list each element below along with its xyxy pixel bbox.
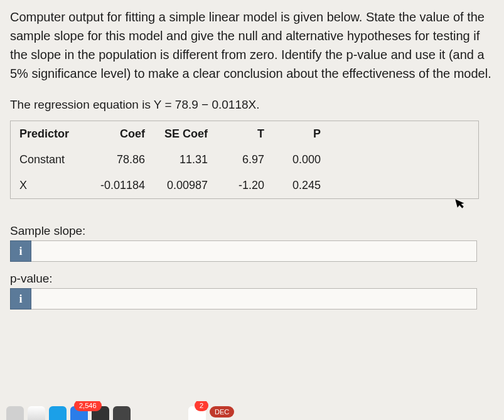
notification-badge: 2 <box>195 401 208 411</box>
cell-predictor: Constant <box>19 153 82 166</box>
col-se: SE Coef <box>145 127 208 141</box>
answer-section: Sample slope: i p-value: i <box>10 224 494 310</box>
cell-predictor: X <box>19 179 82 192</box>
table-header-row: Predictor Coef SE Coef T P <box>11 121 478 147</box>
sample-slope-row: i <box>10 240 494 262</box>
cell-coef: 78.86 <box>82 153 145 166</box>
dock: 2,546 2 DEC <box>0 401 504 420</box>
cell-se: 0.00987 <box>145 179 208 192</box>
dock-app-icon[interactable]: 2,546 <box>70 406 88 420</box>
col-p: P <box>264 127 321 141</box>
cell-p: 0.000 <box>264 153 321 166</box>
cell-t: 6.97 <box>208 153 264 166</box>
cell-p: 0.245 <box>264 179 321 192</box>
dock-app-icon[interactable] <box>6 406 24 420</box>
col-coef: Coef <box>82 127 145 141</box>
regression-table: Predictor Coef SE Coef T P Constant 78.8… <box>10 121 479 199</box>
pvalue-row: i <box>10 288 494 310</box>
dock-app-icon[interactable] <box>28 406 45 420</box>
cell-coef: -0.01184 <box>82 179 145 192</box>
question-text: Computer output for fitting a simple lin… <box>10 8 494 83</box>
sample-slope-input[interactable] <box>31 240 477 262</box>
pvalue-input[interactable] <box>31 288 477 310</box>
pvalue-label: p-value: <box>10 272 494 286</box>
table-row: Constant 78.86 11.31 6.97 0.000 <box>11 147 478 173</box>
dock-app-icon[interactable]: 2 <box>188 406 206 420</box>
notification-badge: 2,546 <box>74 401 102 411</box>
cell-t: -1.20 <box>208 179 264 192</box>
regression-equation: The regression equation is Y = 78.9 − 0.… <box>10 98 494 112</box>
dec-badge: DEC <box>210 406 234 417</box>
equation-value: 78.9 − 0.0118X. <box>175 98 260 111</box>
equation-prefix: The regression equation is Y = <box>10 98 175 111</box>
dock-app-icon[interactable] <box>49 406 67 420</box>
table-row: X -0.01184 0.00987 -1.20 0.245 <box>11 173 478 198</box>
info-icon[interactable]: i <box>10 240 31 262</box>
col-t: T <box>208 127 264 141</box>
info-icon[interactable]: i <box>10 288 31 310</box>
sample-slope-label: Sample slope: <box>10 224 494 238</box>
cell-se: 11.31 <box>145 153 208 166</box>
col-predictor: Predictor <box>19 127 82 141</box>
dock-app-icon[interactable] <box>113 406 131 420</box>
